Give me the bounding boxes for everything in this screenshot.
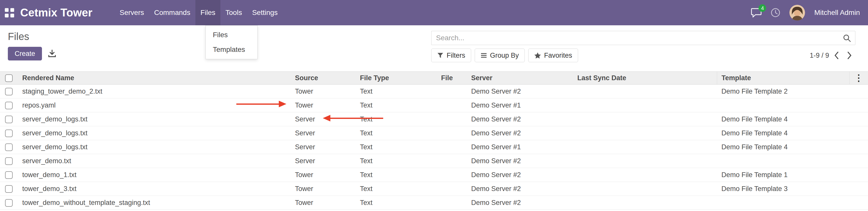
cell-rendered-name[interactable]: tower_demo_3.txt: [18, 182, 290, 196]
cell-template[interactable]: Demo File Template 4: [717, 112, 849, 126]
cell-rendered-name[interactable]: tower_demo_without_template_staging.txt: [18, 196, 290, 210]
vertical-ellipsis-icon[interactable]: ⋮: [854, 72, 863, 83]
cell-last-sync-date[interactable]: [573, 182, 717, 196]
cell-file[interactable]: [437, 196, 467, 210]
filters-button[interactable]: Filters: [431, 49, 471, 62]
cell-last-sync-date[interactable]: [573, 98, 717, 112]
cell-server[interactable]: Demo Server #2: [467, 112, 573, 126]
column-header-last-sync-date[interactable]: Last Sync Date: [573, 71, 717, 85]
cell-file[interactable]: [437, 98, 467, 112]
cell-template[interactable]: Demo File Template 4: [717, 140, 849, 154]
column-header-rendered-name[interactable]: Rendered Name: [18, 71, 290, 85]
row-checkbox[interactable]: [5, 129, 13, 137]
row-checkbox[interactable]: [5, 116, 13, 123]
activities-button[interactable]: [771, 8, 780, 18]
cell-server[interactable]: Demo Server #1: [467, 98, 573, 112]
cell-template[interactable]: Demo File Template 4: [717, 126, 849, 140]
cell-last-sync-date[interactable]: [573, 168, 717, 182]
cell-source[interactable]: Server: [290, 140, 355, 154]
cell-file[interactable]: [437, 182, 467, 196]
cell-server[interactable]: Demo Server #1: [467, 140, 573, 154]
column-header-file[interactable]: File: [437, 71, 467, 85]
cell-source[interactable]: Server: [290, 126, 355, 140]
cell-file-type[interactable]: Text: [355, 154, 437, 168]
menu-tools[interactable]: Tools: [220, 0, 247, 25]
table-row[interactable]: server_demo_logs.txt Server Text Demo Se…: [0, 112, 868, 126]
row-checkbox[interactable]: [5, 199, 13, 207]
menu-servers[interactable]: Servers: [115, 0, 149, 25]
table-row[interactable]: server_demo.txt Server Text Demo Server …: [0, 154, 868, 168]
cell-rendered-name[interactable]: repos.yaml: [18, 98, 290, 112]
cell-template[interactable]: Demo File Template 3: [717, 182, 849, 196]
row-checkbox[interactable]: [5, 102, 13, 109]
cell-rendered-name[interactable]: server_demo_logs.txt: [18, 140, 290, 154]
dropdown-item-files[interactable]: Files: [206, 28, 257, 42]
row-checkbox[interactable]: [5, 157, 13, 165]
cell-last-sync-date[interactable]: [573, 140, 717, 154]
cell-source[interactable]: Tower: [290, 98, 355, 112]
cell-template[interactable]: [717, 154, 849, 168]
messages-button[interactable]: 4: [751, 8, 762, 18]
cell-file-type[interactable]: Text: [355, 140, 437, 154]
row-checkbox[interactable]: [5, 171, 13, 179]
cell-file-type[interactable]: Text: [355, 98, 437, 112]
cell-last-sync-date[interactable]: [573, 196, 717, 210]
app-brand-title[interactable]: Cetmix Tower: [20, 6, 92, 19]
search-icon[interactable]: [843, 34, 851, 42]
group-by-button[interactable]: Group By: [475, 49, 525, 62]
table-row[interactable]: staging_tower_demo_2.txt Tower Text Demo…: [0, 85, 868, 98]
cell-last-sync-date[interactable]: [573, 126, 717, 140]
cell-file[interactable]: [437, 154, 467, 168]
cell-template[interactable]: Demo File Template 2: [717, 85, 849, 98]
select-all-checkbox[interactable]: [5, 74, 13, 82]
cell-rendered-name[interactable]: tower_demo_1.txt: [18, 168, 290, 182]
column-header-server[interactable]: Server: [467, 71, 573, 85]
cell-file[interactable]: [437, 126, 467, 140]
cell-server[interactable]: Demo Server #2: [467, 168, 573, 182]
pager-next-button[interactable]: [844, 50, 855, 61]
cell-file[interactable]: [437, 85, 467, 98]
cell-rendered-name[interactable]: server_demo.txt: [18, 154, 290, 168]
apps-menu-button[interactable]: [0, 8, 19, 18]
cell-last-sync-date[interactable]: [573, 85, 717, 98]
table-row[interactable]: tower_demo_1.txt Tower Text Demo Server …: [0, 168, 868, 182]
cell-source[interactable]: Tower: [290, 168, 355, 182]
favorites-button[interactable]: Favorites: [528, 49, 578, 62]
cell-file-type[interactable]: Text: [355, 85, 437, 98]
cell-source[interactable]: Tower: [290, 85, 355, 98]
cell-source[interactable]: Tower: [290, 182, 355, 196]
menu-settings[interactable]: Settings: [247, 0, 283, 25]
user-menu[interactable]: Mitchell Admin: [814, 9, 860, 17]
cell-server[interactable]: Demo Server #2: [467, 182, 573, 196]
cell-file[interactable]: [437, 112, 467, 126]
cell-file-type[interactable]: Text: [355, 112, 437, 126]
search-input[interactable]: [431, 31, 855, 45]
row-checkbox[interactable]: [5, 88, 13, 95]
table-row[interactable]: tower_demo_3.txt Tower Text Demo Server …: [0, 182, 868, 196]
cell-rendered-name[interactable]: server_demo_logs.txt: [18, 126, 290, 140]
menu-commands[interactable]: Commands: [149, 0, 195, 25]
table-row[interactable]: server_demo_logs.txt Server Text Demo Se…: [0, 126, 868, 140]
cell-source[interactable]: Server: [290, 154, 355, 168]
cell-file[interactable]: [437, 140, 467, 154]
column-header-template[interactable]: Template: [717, 71, 849, 85]
cell-server[interactable]: Demo Server #2: [467, 154, 573, 168]
cell-template[interactable]: [717, 98, 849, 112]
column-header-file-type[interactable]: File Type: [355, 71, 437, 85]
cell-last-sync-date[interactable]: [573, 154, 717, 168]
create-button[interactable]: Create: [8, 47, 42, 60]
cell-source[interactable]: Tower: [290, 196, 355, 210]
table-row[interactable]: repos.yaml Tower Text Demo Server #1: [0, 98, 868, 112]
row-checkbox[interactable]: [5, 144, 13, 151]
table-row[interactable]: tower_demo_without_template_staging.txt …: [0, 196, 868, 210]
cell-file[interactable]: [437, 168, 467, 182]
column-header-source[interactable]: Source: [290, 71, 355, 85]
cell-rendered-name[interactable]: staging_tower_demo_2.txt: [18, 85, 290, 98]
export-button[interactable]: [46, 48, 58, 60]
cell-file-type[interactable]: Text: [355, 182, 437, 196]
dropdown-item-templates[interactable]: Templates: [206, 42, 257, 57]
cell-server[interactable]: Demo Server #2: [467, 196, 573, 210]
user-avatar[interactable]: [789, 5, 805, 21]
cell-template[interactable]: Demo File Template 1: [717, 168, 849, 182]
cell-file-type[interactable]: Text: [355, 168, 437, 182]
